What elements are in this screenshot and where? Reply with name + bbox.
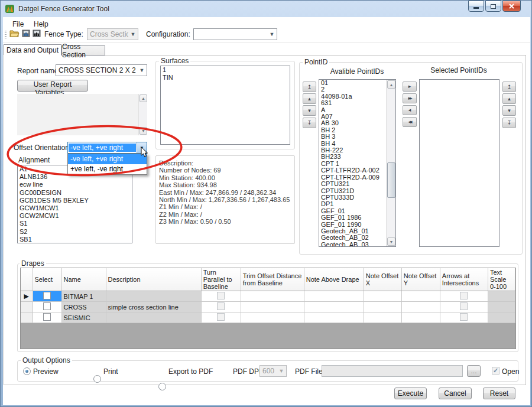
scroll-up-icon[interactable]: ▲ (387, 80, 395, 89)
tab-data-and-output[interactable]: Data and Output (4, 44, 61, 56)
trim-offset-cell[interactable] (241, 291, 304, 302)
drapes-column-header[interactable]: Note Above Drape (304, 268, 364, 291)
list-item[interactable]: S2 (18, 228, 132, 236)
drapes-grid[interactable]: SelectNameDescriptionTurn Parallel to Ba… (20, 268, 516, 349)
dropdown-option[interactable]: +ve left, -ve right (68, 164, 147, 174)
list-item[interactable]: BH 3 (319, 134, 395, 140)
note-offset-x-cell[interactable] (364, 291, 401, 302)
available-move-to-top-button[interactable]: ↥ (303, 82, 316, 92)
maximize-button[interactable] (485, 1, 501, 12)
list-item[interactable]: SB1 (18, 236, 132, 243)
drapes-column-header[interactable]: Note Offset X (364, 268, 401, 291)
drapes-column-header[interactable]: Trim Offset Distance from Baseline (241, 268, 304, 291)
list-item[interactable]: GC00DESIGN (18, 189, 132, 197)
available-pointids-list[interactable]: 01244098-01a631AA07AB 30BH 2BH 3BH 4BH-2… (319, 79, 396, 247)
selected-pointids-list[interactable] (419, 79, 499, 247)
selected-move-down-button[interactable]: ▾ (502, 105, 516, 116)
fence-type-combo[interactable]: Cross Section ▼ (87, 28, 138, 40)
list-item[interactable]: Geotech_AB_03 (319, 242, 395, 247)
save-as-icon[interactable] (33, 28, 41, 38)
selected-move-up-button[interactable]: ▴ (502, 93, 516, 104)
list-item[interactable]: S1 (18, 220, 132, 227)
list-item[interactable]: GEF_01 1986 (319, 214, 395, 221)
alignment-list[interactable]: A1ALNB136ecw lineGC00DESIGNGCB1DES M5 BE… (17, 165, 132, 243)
move-all-right-button[interactable]: ▸▸ (403, 93, 417, 103)
minimize-button[interactable] (468, 1, 484, 12)
pdf-dpi-combo[interactable]: 600 ▼ (259, 365, 287, 377)
drapes-column-header[interactable]: Arrows at Intersections (440, 268, 488, 291)
checkbox[interactable] (217, 292, 225, 299)
list-item[interactable]: CPTU321 (319, 181, 395, 187)
pdf-file-input[interactable] (322, 365, 463, 377)
list-item[interactable]: GCB1DES M5 BEXLEY (18, 197, 132, 204)
name-cell[interactable]: SEISMIC (61, 312, 106, 323)
available-move-down-button[interactable]: ▾ (303, 105, 316, 116)
drapes-column-header[interactable]: Name (61, 268, 106, 291)
browse-pdf-file-button[interactable]: ... (467, 365, 481, 377)
turn-parallel-cell[interactable] (201, 291, 241, 302)
checkbox[interactable] (460, 292, 468, 299)
execute-button[interactable]: Execute (394, 388, 427, 399)
list-item[interactable]: TIN (161, 74, 290, 82)
drapes-column-header[interactable]: Select (33, 268, 61, 291)
select-cell[interactable] (33, 302, 61, 312)
checkbox[interactable] (43, 292, 51, 299)
user-report-variables-button[interactable]: User Report Variables... (17, 80, 88, 92)
note-offset-x-cell[interactable] (364, 312, 401, 323)
checkbox[interactable] (217, 313, 225, 321)
trim-offset-cell[interactable] (241, 302, 304, 312)
toolbar-grip[interactable] (5, 30, 7, 40)
available-move-to-bottom-button[interactable]: ↧ (303, 118, 316, 128)
checkbox[interactable] (43, 313, 51, 321)
export-to-pdf-radio[interactable] (158, 383, 166, 390)
chevron-down-icon[interactable]: ▼ (137, 142, 147, 153)
cancel-button[interactable]: Cancel (439, 388, 472, 399)
arrows-cell[interactable] (440, 291, 488, 302)
note-above-cell[interactable] (304, 302, 364, 312)
list-item[interactable]: 1 (161, 66, 290, 74)
drapes-column-header[interactable]: Note Offset Y (401, 268, 440, 291)
list-item[interactable]: GCW2MCW1 (18, 212, 132, 220)
open-configuration-icon[interactable] (9, 28, 20, 38)
move-all-left-button[interactable]: ◂◂ (403, 117, 417, 127)
list-item[interactable]: GCW1MCW1 (18, 204, 132, 212)
drapes-column-header[interactable]: Description (106, 268, 201, 291)
selected-move-to-bottom-button[interactable]: ↧ (502, 118, 516, 128)
row-selector-header[interactable] (21, 268, 33, 291)
text-scale-cell[interactable] (488, 302, 515, 312)
note-offset-y-cell[interactable] (401, 302, 440, 312)
current-row-indicator[interactable]: ▶ (21, 291, 33, 302)
report-variables-textarea[interactable]: ▲ ▼ (17, 94, 147, 135)
list-item[interactable]: CPT-LTFR2D-A-002 (319, 167, 395, 174)
offset-orientation-combo[interactable]: -ve left, +ve right ▼ (67, 142, 147, 154)
checkbox[interactable] (460, 313, 468, 321)
row-selector-cell[interactable] (21, 302, 33, 312)
note-above-cell[interactable] (304, 291, 364, 302)
move-right-button[interactable]: ▸ (403, 82, 417, 92)
note-offset-x-cell[interactable] (364, 302, 401, 312)
description-cell[interactable] (106, 312, 201, 323)
scroll-up-icon[interactable]: ▲ (140, 95, 147, 102)
available-list-scrollbar[interactable]: ▲ ▼ (386, 80, 395, 246)
list-item[interactable]: ecw line (18, 181, 132, 188)
selected-move-to-top-button[interactable]: ↥ (502, 82, 516, 92)
surfaces-list[interactable]: 1TIN (160, 66, 290, 145)
checkbox[interactable] (460, 302, 468, 310)
description-cell[interactable]: simple cross section line (106, 302, 201, 312)
arrows-cell[interactable] (440, 302, 488, 312)
checkbox[interactable] (43, 302, 51, 310)
note-offset-y-cell[interactable] (401, 312, 440, 323)
checkbox[interactable] (217, 302, 225, 310)
dropdown-option[interactable]: -ve left, +ve right (68, 154, 147, 164)
list-item[interactable]: DP1 (319, 201, 395, 207)
row-selector-cell[interactable] (21, 312, 33, 323)
trim-offset-cell[interactable] (241, 312, 304, 323)
list-item[interactable]: 01 (319, 80, 395, 86)
note-above-cell[interactable] (304, 312, 364, 323)
scroll-down-icon[interactable]: ▼ (140, 127, 147, 135)
scroll-down-icon[interactable]: ▼ (387, 237, 395, 246)
move-left-button[interactable]: ◂ (403, 105, 417, 115)
select-cell[interactable] (33, 291, 61, 302)
text-scale-cell[interactable] (488, 291, 515, 302)
select-cell[interactable] (33, 312, 61, 323)
